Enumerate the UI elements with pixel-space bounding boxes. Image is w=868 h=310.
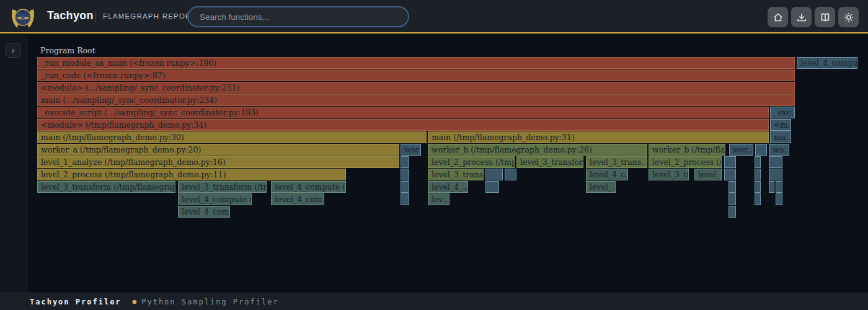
- flame-bar[interactable]: level_4_comput…: [797, 57, 857, 69]
- flame-bar[interactable]: level_3_transform (/tmp/flamegraph_dem…: [37, 181, 175, 193]
- flame-bar[interactable]: _execute_script (.../sampling/_sync_coor…: [37, 107, 769, 118]
- flame-bar[interactable]: [776, 181, 782, 193]
- flame-bar[interactable]: _run_module_as_main (<frozen runpy>:196): [37, 57, 795, 69]
- flame-bar[interactable]: _exe…: [770, 107, 795, 118]
- flame-bar[interactable]: wor…: [401, 144, 421, 156]
- flame-bar[interactable]: [755, 156, 761, 168]
- flame-bar[interactable]: level_2_process (/tm…: [649, 156, 722, 168]
- flame-bar[interactable]: [728, 181, 736, 193]
- theme-toggle-button[interactable]: [838, 7, 859, 27]
- flame-bar[interactable]: [755, 144, 767, 156]
- flame-bar[interactable]: level_4_com…: [271, 193, 324, 205]
- left-sidebar: ›: [0, 35, 27, 293]
- flame-bar[interactable]: level_4_com…: [178, 206, 230, 218]
- flame-bar[interactable]: level_4_…: [428, 181, 468, 193]
- flame-bar[interactable]: level_3_transform (/tmp/fl…: [178, 181, 267, 193]
- flame-bar[interactable]: main (/tmp/flamegraph_demo.py:31): [428, 131, 769, 143]
- flame-bar[interactable]: [485, 169, 503, 180]
- flame-bar[interactable]: _run_code (<frozen runpy>:87): [37, 69, 795, 81]
- flame-bar[interactable]: [728, 206, 736, 218]
- status-dot-icon: ●: [133, 298, 137, 306]
- home-button[interactable]: [768, 7, 788, 27]
- chevron-right-icon: ›: [12, 45, 15, 55]
- flame-bar[interactable]: level_3_transf…: [428, 169, 484, 180]
- download-icon: [796, 12, 807, 23]
- flame-bar[interactable]: <module> (/tmp/flamegraph_demo.py:34): [37, 119, 769, 131]
- flame-bar[interactable]: [505, 169, 516, 180]
- flame-bar[interactable]: [724, 169, 736, 180]
- flame-bar[interactable]: worker_b (/tmp/flamegraph_demo.py:26): [428, 144, 647, 156]
- flame-bar[interactable]: level_1_analyze (/tmp/flamegraph_demo.py…: [37, 156, 399, 168]
- flame-bar[interactable]: [724, 156, 736, 168]
- flame-bar[interactable]: level_…: [586, 181, 616, 193]
- flame-bar[interactable]: level_4_compute (/t…: [271, 181, 346, 193]
- flame-bar[interactable]: [728, 193, 736, 205]
- flame-bar[interactable]: level_4_compute (/t…: [178, 193, 252, 205]
- flame-bar[interactable]: level_…: [694, 169, 722, 180]
- flame-bar[interactable]: level_3_tr…: [649, 169, 689, 180]
- flame-bar[interactable]: worker_b (/tmp/flame…: [649, 144, 725, 156]
- report-type-label: FLAMEGRAPH REPORT: [103, 12, 197, 20]
- flame-bar[interactable]: level_3_trans…: [586, 156, 647, 168]
- flame-bar[interactable]: [401, 169, 409, 180]
- app-header: Tachyon FLAMEGRAPH REPORT: [0, 0, 868, 33]
- app-title: Tachyon: [47, 9, 94, 22]
- flame-bar[interactable]: [401, 156, 409, 168]
- flame-bar[interactable]: wo…: [769, 144, 789, 156]
- flame-bar[interactable]: [755, 181, 761, 193]
- tachyon-logo-icon: [10, 4, 36, 30]
- home-icon: [773, 12, 784, 23]
- flame-bar[interactable]: level_4_c…: [586, 169, 628, 180]
- flame-bar[interactable]: [485, 181, 499, 193]
- flame-bar[interactable]: level_3_transform…: [516, 156, 583, 168]
- flame-bar[interactable]: [755, 169, 761, 180]
- flame-bar[interactable]: <m…: [770, 119, 791, 131]
- flame-bar[interactable]: main (/tmp/flamegraph_demo.py:30): [37, 131, 427, 143]
- flamegraph-layer: Program Root _run_module_as_main (<froze…: [0, 0, 868, 293]
- flame-bar[interactable]: [769, 156, 782, 168]
- flame-bar[interactable]: [401, 193, 409, 205]
- flame-bar[interactable]: wor…: [729, 144, 753, 156]
- flame-bar[interactable]: [776, 193, 782, 205]
- flame-bar[interactable]: <module> (.../sampling/_sync_coordinator…: [37, 82, 795, 94]
- header-divider: [95, 11, 95, 23]
- flame-bar[interactable]: lev…: [428, 193, 450, 205]
- search-input[interactable]: [187, 6, 409, 27]
- status-subtitle: Python Sampling Profiler: [141, 298, 278, 306]
- sidebar-toggle-button[interactable]: ›: [6, 43, 20, 58]
- status-bar: Tachyon Profiler ● Python Sampling Profi…: [0, 293, 868, 310]
- flame-bar[interactable]: worker_a (/tmp/flamegraph_demo.py:20): [37, 144, 399, 156]
- flame-bar[interactable]: ma…: [770, 131, 791, 143]
- sun-icon: [843, 12, 854, 23]
- download-button[interactable]: [791, 7, 812, 27]
- flame-bar[interactable]: [755, 193, 761, 205]
- book-icon: [820, 12, 831, 23]
- docs-button[interactable]: [815, 7, 835, 27]
- flame-bar[interactable]: main (.../sampling/_sync_coordinator.py:…: [37, 94, 795, 106]
- flame-bar[interactable]: [769, 181, 774, 193]
- flame-root-bar[interactable]: Program Root: [37, 45, 795, 56]
- flame-bar[interactable]: [401, 181, 409, 193]
- flame-bar[interactable]: [769, 169, 782, 180]
- flame-bar[interactable]: level_2_process (/tmp/flamegraph_demo.py…: [37, 169, 346, 180]
- flame-bar[interactable]: level_2_process (/tmp/fla…: [428, 156, 515, 168]
- status-app-name: Tachyon Profiler: [30, 298, 122, 306]
